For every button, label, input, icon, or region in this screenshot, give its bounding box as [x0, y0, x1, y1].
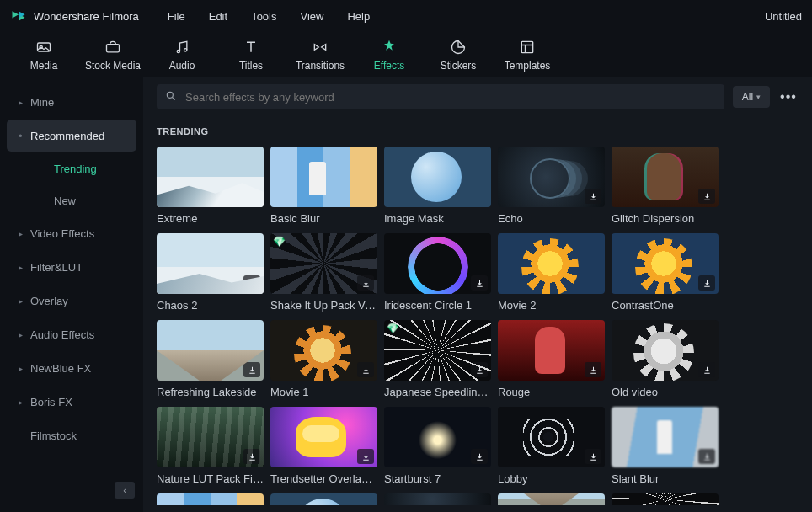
download-icon[interactable] [357, 275, 374, 291]
sidebar-label: Filter&LUT [30, 261, 83, 274]
effect-thumbnail [157, 233, 264, 294]
effect-card[interactable] [270, 493, 377, 505]
effect-card[interactable]: Movie 1 [270, 320, 377, 398]
effect-card[interactable]: ContrastOne [612, 233, 719, 312]
sidebar-item-recommended[interactable]: • Recommended [7, 120, 136, 152]
download-icon[interactable] [585, 189, 601, 204]
effect-card[interactable]: Lobby [498, 407, 605, 485]
effect-card[interactable]: Iridescent Circle 1 [384, 233, 491, 312]
tab-stock-media[interactable]: Stock Media [83, 35, 143, 77]
sidebar-collapse-button[interactable]: ‹ [115, 482, 135, 499]
menu-tools[interactable]: Tools [251, 10, 276, 23]
search-icon [165, 90, 177, 104]
tab-label: Media [30, 60, 58, 72]
effect-card[interactable]: Slant Blur [612, 407, 719, 485]
download-icon[interactable] [357, 449, 374, 464]
effect-card[interactable]: Extreme [157, 147, 264, 225]
sidebar-item-audio-effects[interactable]: ▸ Audio Effects [7, 318, 136, 350]
sidebar-label: Mine [30, 96, 54, 109]
sidebar-item-mine[interactable]: ▸ Mine [7, 86, 136, 118]
download-icon[interactable] [471, 275, 488, 291]
sidebar-item-overlay[interactable]: ▸ Overlay [7, 285, 136, 317]
chevron-right-icon: ▸ [19, 397, 30, 407]
effect-thumbnail [270, 147, 377, 207]
effect-card[interactable]: Nature LUT Pack Filter... [157, 407, 264, 485]
title-bar: Wondershare Filmora File Edit Tools View… [0, 0, 812, 32]
effect-card[interactable] [384, 493, 491, 505]
download-icon[interactable] [243, 362, 260, 377]
download-icon[interactable] [357, 362, 374, 377]
tab-transitions[interactable]: Transitions [290, 35, 350, 77]
sidebar-item-boris-fx[interactable]: ▸ Boris FX [7, 386, 136, 418]
search-input[interactable] [185, 91, 716, 104]
menu-file[interactable]: File [168, 10, 185, 23]
menu-view[interactable]: View [300, 10, 323, 23]
filter-dropdown[interactable]: All ▾ [733, 86, 770, 108]
effect-thumbnail [612, 320, 719, 381]
sidebar-sub-trending[interactable]: Trending [7, 153, 136, 184]
download-icon[interactable] [243, 449, 260, 464]
effect-card[interactable]: Rouge [498, 320, 605, 398]
download-icon[interactable] [698, 449, 715, 464]
effects-icon [381, 38, 398, 56]
sidebar-label: Overlay [30, 295, 68, 307]
effect-thumbnail [384, 407, 491, 467]
sidebar-sub-label: Trending [54, 163, 97, 175]
more-icon: ••• [780, 89, 797, 104]
tab-templates[interactable]: Templates [497, 35, 558, 77]
download-icon[interactable] [585, 362, 601, 377]
effect-card[interactable]: Chaos 2 [157, 233, 264, 312]
tab-effects[interactable]: Effects [359, 35, 419, 77]
effect-card[interactable] [498, 493, 605, 505]
effect-card[interactable]: Old video [612, 320, 719, 398]
effect-card[interactable]: Movie 2 [498, 233, 605, 312]
chevron-right-icon: ▸ [19, 229, 30, 238]
effect-card[interactable] [612, 493, 719, 505]
effect-name: Glitch Dispersion [612, 212, 719, 225]
download-icon[interactable] [698, 275, 715, 291]
effect-thumbnail [612, 147, 719, 207]
download-icon[interactable] [585, 449, 601, 464]
effects-scroll[interactable]: ExtremeBasic BlurImage MaskEchoGlitch Di… [143, 147, 812, 512]
download-icon[interactable] [471, 362, 488, 377]
download-icon[interactable] [243, 275, 260, 291]
tab-titles[interactable]: Titles [221, 35, 281, 77]
download-icon[interactable] [698, 189, 715, 204]
document-title: Untitled [765, 10, 802, 23]
svg-point-6 [167, 92, 173, 98]
tab-audio[interactable]: Audio [152, 35, 212, 77]
effect-card[interactable]: Trendsetter Overlay 04 [270, 407, 377, 485]
effect-card[interactable]: Refreshing Lakeside [157, 320, 264, 398]
effect-card[interactable]: 💎Shake It Up Pack Vol2 ... [270, 233, 377, 312]
effect-thumbnail [157, 407, 264, 467]
sidebar-item-filmstock[interactable]: Filmstock [7, 419, 136, 451]
search-bar[interactable] [157, 84, 724, 109]
tab-media[interactable]: Media [13, 35, 74, 77]
filter-label: All [742, 91, 753, 103]
download-icon[interactable] [471, 449, 488, 464]
sidebar-item-filter-lut[interactable]: ▸ Filter&LUT [7, 251, 136, 283]
chevron-right-icon: ▸ [19, 364, 30, 373]
menu-edit[interactable]: Edit [209, 10, 227, 23]
media-icon [35, 38, 52, 56]
tab-label: Effects [374, 60, 404, 72]
effect-card[interactable] [157, 493, 264, 505]
effect-card[interactable]: Image Mask [384, 147, 491, 225]
sidebar-sub-new[interactable]: New [7, 185, 136, 216]
more-menu-button[interactable]: ••• [778, 87, 799, 107]
sidebar-item-newblue-fx[interactable]: ▸ NewBlue FX [7, 352, 136, 384]
download-icon[interactable] [698, 362, 715, 377]
tab-label: Transitions [296, 60, 345, 72]
sidebar-label: Audio Effects [30, 328, 94, 341]
effect-card[interactable]: Basic Blur [270, 147, 377, 225]
effect-card[interactable]: Echo [498, 147, 605, 225]
transitions-icon [312, 38, 329, 56]
effect-name: Slant Blur [612, 472, 719, 485]
effect-card[interactable]: Startburst 7 [384, 407, 491, 485]
effect-card[interactable]: 💎Japanese Speedline Pa... [384, 320, 491, 398]
menu-help[interactable]: Help [347, 10, 370, 23]
tab-stickers[interactable]: Stickers [428, 35, 489, 77]
sidebar-label: Filmstock [30, 429, 77, 442]
effect-card[interactable]: Glitch Dispersion [612, 147, 719, 225]
sidebar-item-video-effects[interactable]: ▸ Video Effects [7, 217, 136, 249]
